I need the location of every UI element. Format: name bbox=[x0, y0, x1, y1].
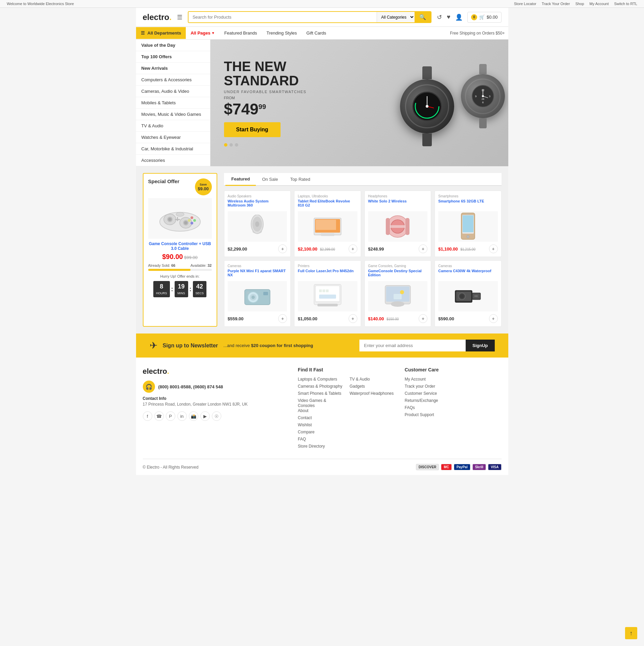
footer-link-smartphones[interactable]: Smart Phones & Tablets bbox=[298, 391, 343, 396]
footer-col2-links: About Contact Wishlist Compare FAQ Store… bbox=[298, 408, 395, 449]
newsletter-text: Sign up to Newsletter bbox=[163, 343, 218, 349]
account-icon[interactable]: 👤 bbox=[455, 14, 463, 21]
product-card-2: Laptops, Ultrabooks Tablet Red EliteBook… bbox=[294, 191, 361, 257]
dot-3[interactable] bbox=[235, 143, 238, 147]
product-image-1 bbox=[228, 211, 287, 242]
switch-rtl-link[interactable]: Switch to RTL bbox=[614, 2, 637, 6]
newsletter-signup-button[interactable]: SignUp bbox=[466, 340, 495, 351]
hero-price: $74999 bbox=[224, 100, 307, 118]
nav-all-pages[interactable]: All Pages ▼ bbox=[186, 27, 219, 39]
svg-rect-57 bbox=[319, 295, 336, 299]
hamburger-icon[interactable]: ☰ bbox=[177, 14, 182, 21]
add-cart-5[interactable]: + bbox=[278, 314, 287, 323]
start-buying-button[interactable]: Start Buying bbox=[224, 122, 281, 137]
tab-featured[interactable]: Featured bbox=[225, 173, 256, 186]
footer-link-faq[interactable]: FAQ bbox=[298, 436, 395, 442]
footer-link-gadgets[interactable]: Gadgets bbox=[350, 384, 395, 389]
product-name-1[interactable]: Wireless Audio System Multiroom 360 bbox=[228, 199, 287, 209]
all-departments-button[interactable]: ☰ All Departments bbox=[136, 27, 186, 39]
footer-care-faqs[interactable]: FAQs bbox=[405, 405, 502, 410]
footer-link-compare[interactable]: Compare bbox=[298, 429, 395, 434]
nav-trending-styles[interactable]: Trending Styles bbox=[262, 27, 302, 39]
my-account-link[interactable]: My Account bbox=[590, 2, 609, 6]
tab-on-sale[interactable]: On Sale bbox=[256, 173, 284, 185]
sidebar-item-new-arrivals[interactable]: New Arrivals bbox=[136, 63, 210, 74]
nav-featured-brands[interactable]: Featured Brands bbox=[220, 27, 262, 39]
svg-point-26 bbox=[188, 219, 191, 222]
sidebar-item-accessories[interactable]: Accessories bbox=[136, 155, 210, 166]
payment-discover: DISCOVER bbox=[416, 464, 439, 470]
social-facebook[interactable]: f bbox=[143, 411, 152, 421]
sidebar-item-tv[interactable]: TV & Audio bbox=[136, 120, 210, 132]
footer-link-wishlist[interactable]: Wishlist bbox=[298, 422, 395, 427]
product-cat-6: Printers bbox=[298, 264, 357, 268]
refresh-icon[interactable]: ↺ bbox=[437, 14, 442, 21]
newsletter-title: Sign up to Newsletter bbox=[163, 343, 218, 348]
newsletter-email-input[interactable] bbox=[359, 340, 466, 351]
wishlist-icon[interactable]: ♥ bbox=[447, 14, 450, 21]
category-select[interactable]: All Categories bbox=[377, 12, 415, 22]
footer-link-contact[interactable]: Contact bbox=[298, 415, 395, 420]
product-name-5[interactable]: Purple NX Mini F1 aparat SMART NX bbox=[228, 269, 287, 278]
footer-care-account[interactable]: My Account bbox=[405, 376, 502, 382]
shop-link[interactable]: Shop bbox=[575, 2, 584, 6]
product-name-8[interactable]: Camera C430W 4k Waterproof bbox=[438, 269, 498, 278]
footer-link-video-games[interactable]: Video Games & Consoles bbox=[298, 398, 343, 408]
footer-care-product-support[interactable]: Product Support bbox=[405, 412, 502, 417]
footer-customer-care-title: Customer Care bbox=[405, 367, 502, 372]
social-instagram[interactable]: 📸 bbox=[189, 411, 198, 421]
add-cart-3[interactable]: + bbox=[419, 244, 427, 253]
sidebar-item-value-day[interactable]: Value of the Day bbox=[136, 40, 210, 51]
footer-link-store-dir[interactable]: Store Directory bbox=[298, 444, 395, 449]
svg-point-13 bbox=[482, 95, 484, 97]
svg-point-45 bbox=[467, 235, 469, 238]
product-name-6[interactable]: Full Color LaserJet Pro M452dn bbox=[298, 269, 357, 278]
add-cart-8[interactable]: + bbox=[489, 314, 498, 323]
logo-dot: . bbox=[169, 13, 172, 22]
footer-link-about[interactable]: About bbox=[298, 408, 395, 413]
special-product-name[interactable]: Game Console Controller + USB 3.0 Cable bbox=[148, 241, 212, 251]
store-locator-link[interactable]: Store Locator bbox=[514, 2, 536, 6]
search-button[interactable]: 🔍 bbox=[415, 12, 431, 22]
product-card-8: Cameras Camera C430W 4k Waterproof HD bbox=[435, 260, 502, 327]
footer-link-tv[interactable]: TV & Audio bbox=[350, 376, 395, 382]
footer-find-fast-title: Find It Fast bbox=[298, 367, 395, 372]
sidebar-item-mobiles[interactable]: Mobiles & Tablets bbox=[136, 97, 210, 109]
sidebar-item-computers[interactable]: Computers & Accessories bbox=[136, 74, 210, 86]
social-whatsapp[interactable]: ☎ bbox=[154, 411, 164, 421]
product-name-2[interactable]: Tablet Red EliteBook Revolve 810 G2 bbox=[298, 199, 357, 209]
cart-button[interactable]: 0 🛒 $0.00 bbox=[467, 12, 502, 23]
social-linkedin[interactable]: in bbox=[177, 411, 187, 421]
footer-link-cameras[interactable]: Cameras & Photography bbox=[298, 384, 343, 389]
footer-care-track[interactable]: Track your Order bbox=[405, 384, 502, 389]
controller-svg bbox=[158, 204, 202, 233]
add-cart-7[interactable]: + bbox=[419, 314, 427, 323]
nav-gift-cards[interactable]: Gift Cards bbox=[302, 27, 331, 39]
sidebar-item-cameras[interactable]: Cameras, Audio & Video bbox=[136, 86, 210, 97]
product-name-3[interactable]: White Solo 2 Wireless bbox=[368, 199, 428, 209]
sidebar-item-top100[interactable]: Top 100 Offers bbox=[136, 51, 210, 63]
watch-face-2: 12 3 6 9 28 bbox=[461, 74, 505, 118]
dot-1[interactable] bbox=[224, 143, 227, 147]
sidebar-item-car[interactable]: Car, Motorbike & Industrial bbox=[136, 143, 210, 155]
cart-amount: $0.00 bbox=[487, 15, 498, 20]
footer-care-service[interactable]: Customer Service bbox=[405, 391, 502, 396]
footer-link-laptops[interactable]: Laptops & Computers bbox=[298, 376, 343, 382]
add-cart-4[interactable]: + bbox=[489, 244, 498, 253]
social-rss[interactable]: ☉ bbox=[212, 411, 221, 421]
tab-top-rated[interactable]: Top Rated bbox=[284, 173, 316, 185]
product-name-7[interactable]: GameConsole Destiny Special Edition bbox=[368, 269, 428, 278]
add-cart-6[interactable]: + bbox=[349, 314, 357, 323]
sidebar-item-watches[interactable]: Watches & Eyewear bbox=[136, 132, 210, 143]
dot-2[interactable] bbox=[229, 143, 233, 147]
track-order-link[interactable]: Track Your Order bbox=[542, 2, 570, 6]
social-pinterest[interactable]: P bbox=[166, 411, 175, 421]
add-cart-1[interactable]: + bbox=[278, 244, 287, 253]
search-input[interactable] bbox=[188, 12, 377, 22]
add-cart-2[interactable]: + bbox=[349, 244, 357, 253]
footer-care-returns[interactable]: Returns/Exchange bbox=[405, 398, 502, 403]
sidebar-item-movies[interactable]: Movies, Music & Video Games bbox=[136, 109, 210, 120]
social-youtube[interactable]: ▶ bbox=[200, 411, 210, 421]
footer-link-headphones[interactable]: Waterproof Headphones bbox=[350, 391, 395, 396]
product-name-4[interactable]: Smartphone 6S 32GB LTE bbox=[438, 199, 498, 209]
